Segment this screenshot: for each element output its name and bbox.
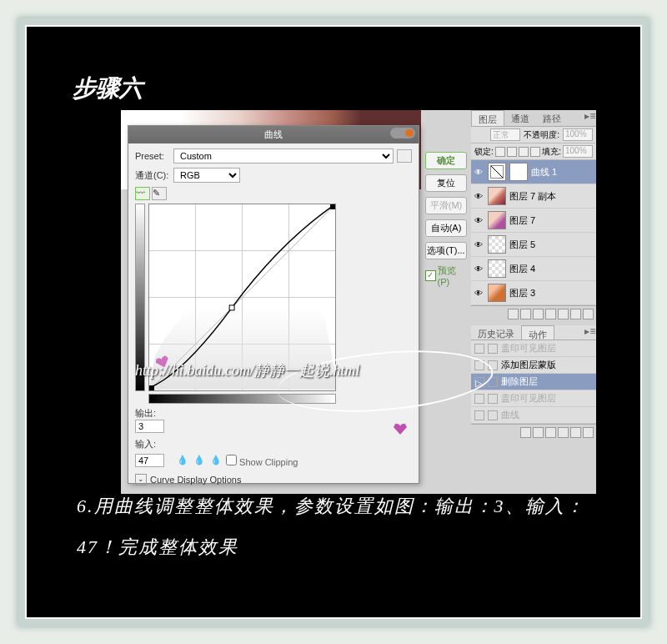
lock-label: 锁定:	[474, 146, 494, 158]
link-layers-icon[interactable]	[508, 309, 519, 319]
pencil-tool-icon[interactable]: ✎	[152, 187, 167, 200]
layer-name: 曲线 1	[531, 166, 557, 179]
tab-paths[interactable]: 路径	[536, 110, 568, 126]
layer-thumb	[488, 187, 506, 205]
layer-name: 图层 4	[509, 263, 535, 275]
smooth-button[interactable]: 平滑(M)	[425, 197, 467, 214]
new-action-icon[interactable]	[570, 427, 581, 438]
layer-name: 图层 3	[509, 287, 535, 299]
panels-area: 图层 通道 路径 ▸≡ 正常 不透明度: 100% 锁定: 填充: 100% 曲…	[471, 110, 596, 494]
eyedropper-gray-icon[interactable]: 💧	[193, 455, 205, 466]
panel-menu-icon[interactable]: ▸≡	[584, 110, 596, 126]
adjustment-layer-icon[interactable]	[545, 309, 556, 319]
action-item[interactable]: 曲线	[471, 407, 596, 424]
new-set-icon[interactable]	[558, 427, 569, 438]
lock-transparency-icon[interactable]	[495, 147, 505, 157]
layer-thumb	[488, 211, 506, 229]
reset-button[interactable]: 复位	[425, 174, 467, 192]
tutorial-frame: 步骤六 曲线 Preset: Custom 通道(C): RGB 〰 ✎	[25, 25, 642, 619]
group-icon[interactable]	[558, 309, 569, 319]
output-gradient	[135, 204, 145, 391]
fill-input[interactable]: 100%	[563, 145, 593, 158]
action-name: 删除图层	[501, 375, 538, 388]
actions-menu-icon[interactable]: ▸≡	[584, 325, 596, 340]
delete-action-icon[interactable]	[583, 427, 594, 438]
options-button[interactable]: 选项(T)...	[425, 242, 467, 259]
output-label: 输出:	[135, 407, 156, 420]
curve-tool-icon[interactable]: 〰	[135, 187, 150, 200]
layer-thumb	[488, 163, 506, 181]
blend-mode-select[interactable]: 正常	[490, 128, 520, 141]
output-input[interactable]	[135, 420, 164, 433]
actions-panel: 历史记录 动作 ▸≡ 盖印可见图层 添加图层蒙版 ▷删除图层 盖印可见图层 曲线	[471, 325, 596, 440]
layer-name: 图层 7	[509, 214, 535, 227]
tab-layers[interactable]: 图层	[471, 110, 504, 126]
layer-name: 图层 5	[509, 239, 535, 251]
curves-dialog: 曲线 Preset: Custom 通道(C): RGB 〰 ✎	[128, 125, 419, 484]
layer-thumb	[488, 284, 506, 302]
mask-thumb	[509, 163, 528, 181]
record-icon[interactable]	[533, 427, 544, 438]
channel-select[interactable]: RGB	[173, 168, 240, 183]
action-name: 曲线	[501, 409, 519, 421]
svg-rect-3	[330, 204, 335, 209]
dialog-buttons: 确定 复位 平滑(M) 自动(A) 选项(T)... 预览(P)	[425, 152, 467, 287]
play-icon[interactable]	[545, 427, 556, 438]
visibility-icon[interactable]	[474, 167, 484, 177]
visibility-icon[interactable]	[474, 191, 484, 201]
auto-button[interactable]: 自动(A)	[425, 219, 467, 237]
preset-menu-icon[interactable]	[397, 149, 412, 163]
layer-item[interactable]: 图层 7	[471, 209, 596, 233]
curve-display-options[interactable]: Curve Display Options	[150, 475, 241, 485]
actions-footer	[471, 424, 596, 440]
layer-item[interactable]: 曲线 1	[471, 160, 596, 184]
step-title: 步骤六	[73, 73, 143, 104]
tutorial-caption: 6.用曲线调整整体效果，参数设置如图：输出：3、输入：47！完成整体效果	[77, 486, 590, 567]
action-item[interactable]: 盖印可见图层	[471, 340, 596, 357]
svg-rect-1	[229, 305, 234, 310]
channel-label: 通道(C):	[135, 169, 170, 182]
stop-icon[interactable]	[520, 427, 531, 438]
visibility-icon[interactable]	[474, 264, 484, 274]
chevron-down-icon[interactable]: ⌄	[135, 474, 147, 486]
photoshop-workspace: 曲线 Preset: Custom 通道(C): RGB 〰 ✎	[121, 110, 596, 494]
fill-label: 填充:	[542, 146, 561, 158]
layer-item[interactable]: 图层 3	[471, 281, 596, 305]
visibility-icon[interactable]	[474, 215, 484, 225]
layer-item[interactable]: 图层 7 副本	[471, 184, 596, 209]
preset-label: Preset:	[135, 151, 170, 161]
eyedropper-black-icon[interactable]: 💧	[177, 455, 188, 466]
lock-pixels-icon[interactable]	[507, 147, 517, 157]
tab-actions[interactable]: 动作	[521, 325, 554, 340]
curves-graph[interactable]	[148, 204, 336, 391]
dialog-close-switch[interactable]	[390, 128, 415, 138]
new-layer-icon[interactable]	[570, 309, 581, 319]
layer-list: 曲线 1 图层 7 副本 图层 7 图层 5 图层 4 图层 3	[471, 160, 596, 305]
delete-layer-icon[interactable]	[583, 309, 594, 319]
action-item[interactable]: 盖印可见图层	[471, 390, 596, 407]
layer-item[interactable]: 图层 4	[471, 257, 596, 281]
ok-button[interactable]: 确定	[425, 152, 467, 169]
layers-footer	[471, 305, 596, 322]
preset-select[interactable]: Custom	[173, 148, 394, 164]
action-name: 盖印可见图层	[501, 392, 556, 405]
input-label: 输入:	[135, 438, 156, 450]
visibility-icon[interactable]	[474, 239, 484, 249]
opacity-input[interactable]: 100%	[563, 128, 593, 141]
tab-history[interactable]: 历史记录	[471, 325, 521, 340]
eyedropper-white-icon[interactable]: 💧	[210, 455, 222, 466]
action-name: 盖印可见图层	[501, 342, 556, 355]
layer-thumb	[488, 259, 506, 278]
layer-name: 图层 7 副本	[509, 190, 556, 203]
lock-all-icon[interactable]	[530, 147, 540, 157]
visibility-icon[interactable]	[474, 288, 484, 298]
layer-mask-icon[interactable]	[533, 309, 544, 319]
input-input[interactable]	[135, 454, 164, 467]
preview-checkbox[interactable]: 预览(P)	[425, 264, 467, 287]
layer-item[interactable]: 图层 5	[471, 233, 596, 257]
lock-position-icon[interactable]	[519, 147, 529, 157]
svg-rect-2	[149, 385, 154, 390]
layer-style-icon[interactable]	[520, 309, 531, 319]
tab-channels[interactable]: 通道	[504, 110, 536, 126]
show-clipping-checkbox[interactable]: Show Clipping	[226, 455, 298, 467]
